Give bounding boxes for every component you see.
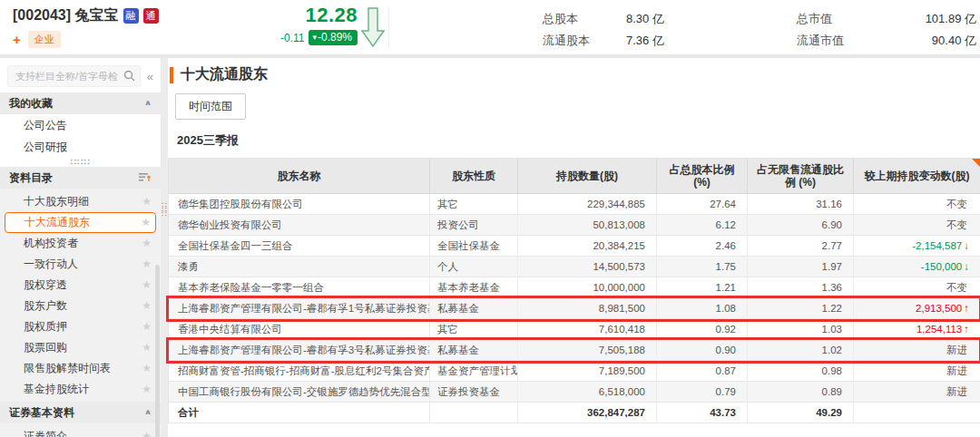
directory-section-header[interactable]: 资料目录	[0, 167, 161, 189]
price-change-pct: -0.89%	[318, 31, 352, 44]
stock-code-name: [002043] 兔宝宝	[13, 6, 119, 25]
star-icon[interactable]: ★	[141, 213, 151, 232]
table-row: 全国社保基金四一三组合 全国社保基金 20,384,215 2.46 2.77 …	[169, 236, 980, 257]
sidebar-item-shareholder-count[interactable]: 股东户数★	[0, 296, 161, 316]
down-caret-icon: ▾	[312, 33, 317, 42]
sidebar-item-company-announcements[interactable]: 公司公告	[0, 114, 161, 136]
directory-title: 资料目录	[9, 167, 53, 189]
table-corner-marker-icon	[972, 159, 980, 167]
sidebar-item-security-profile[interactable]: 证券简介★	[0, 426, 161, 437]
table-row: 漆勇 个人 14,500,573 1.75 1.97 -150,000↓	[169, 257, 980, 277]
table-row-highlighted: 上海睿郡资产管理有限公司-睿郡有孚1号私募证券投资基金 私募基金 8,981,5…	[169, 298, 980, 319]
price-change-pct-pill: ▾-0.89%	[309, 30, 358, 45]
sidebar-scrollbar-thumb[interactable]	[155, 265, 160, 437]
price-down-arrow-icon	[361, 7, 385, 47]
table-row: 德华创业投资有限公司 投资公司 50,813,008 6.12 6.90 不变	[169, 215, 980, 236]
sidebar-item-institutional-investors[interactable]: 机构投资者★	[0, 233, 161, 254]
shareholders-table: 股东名称 股东性质 持股数量(股) 占总股本比例(%) 占无限售流通股比例 (%…	[168, 158, 980, 423]
stat-value: 8.30 亿	[626, 11, 726, 27]
favorites-section-header[interactable]: 我的收藏 ∧	[0, 92, 161, 114]
margin-trading-badge: 融	[123, 8, 139, 24]
col-header-pct-total: 占总股本比例(%)	[657, 159, 748, 194]
basic-info-title: 证券基本资料	[9, 402, 74, 423]
period-title: 2025三季报	[177, 132, 980, 149]
main-content: 十大流通股东 时间范围 2025三季报 股东名称 股东性质 持股数量(股) 占总…	[168, 58, 980, 437]
stat-value: 101.89 亿	[880, 11, 976, 27]
star-icon[interactable]: ★	[142, 426, 152, 437]
header-divider	[388, 7, 389, 47]
star-icon[interactable]: ★	[142, 337, 152, 358]
enterprise-tag[interactable]: 企业	[28, 31, 61, 48]
stat-label: 流通股本	[543, 33, 626, 49]
sidebar-splitter[interactable]: ∷∷∷	[161, 58, 168, 437]
up-arrow-icon: ↑	[964, 303, 969, 314]
star-icon[interactable]: ★	[142, 358, 152, 379]
down-arrow-icon: ↓	[964, 240, 969, 251]
up-arrow-icon: ↑	[964, 324, 969, 335]
sidebar-item-top10-shareholders[interactable]: 十大股东明细★	[0, 191, 161, 212]
sidebar-collapse-icon[interactable]: «	[145, 70, 155, 83]
search-icon[interactable]	[123, 70, 135, 82]
chevron-up-icon[interactable]: ∧	[144, 403, 152, 421]
stat-label: 流通市值	[797, 33, 880, 49]
sidebar-item-top10-float-shareholders[interactable]: 十大流通股东★	[5, 212, 156, 233]
basic-info-section-header[interactable]: 证券基本资料 ∧	[0, 402, 161, 423]
title-accent-bar	[170, 67, 173, 83]
table-row: 招商财富资管-招商银行-招商财富-股息红利2号集合资产管... 基金资产管理计划…	[169, 361, 980, 382]
stat-label: 总市值	[797, 11, 880, 27]
sidebar-item-lockup-release-schedule[interactable]: 限售股解禁时间表★	[0, 358, 161, 379]
table-row-highlighted: 上海睿郡资产管理有限公司-睿郡有孚3号私募证券投资基金 私募基金 7,505,1…	[169, 340, 980, 361]
sidebar-item-share-buyback[interactable]: 股票回购★	[0, 337, 161, 358]
splitter-drag-handle-icon[interactable]: ∷∷∷	[161, 203, 168, 217]
stock-header-bar: [002043] 兔宝宝 融 通 + 企业 12.28 -0.11 ▾-0.89…	[0, 0, 980, 54]
star-icon[interactable]: ★	[142, 191, 152, 212]
col-header-change: 较上期持股变动数(股)	[854, 159, 980, 194]
star-icon[interactable]: ★	[142, 316, 152, 337]
table-row: 中国工商银行股份有限公司-交银施罗德趋势优先混合型证... 证券投资基金 6,5…	[169, 382, 980, 403]
price-change: -0.11	[280, 32, 304, 44]
table-row: 德华集团控股股份有限公司 其它 229,344,885 27.64 31.16 …	[169, 194, 980, 215]
app-window: [002043] 兔宝宝 融 通 + 企业 12.28 -0.11 ▾-0.89…	[0, 0, 980, 437]
stock-connect-badge: 通	[143, 8, 159, 24]
last-price: 12.28	[256, 4, 358, 27]
directory-list: 十大股东明细★ 十大流通股东★ 机构投资者★ 一致行动人★ 股权穿透★ 股东户数…	[0, 189, 161, 402]
star-icon[interactable]: ★	[142, 254, 152, 275]
table-row: 基本养老保险基金一零零一组合 基本养老基金 10,000,000 1.21 1.…	[169, 277, 980, 298]
star-icon[interactable]: ★	[142, 379, 152, 400]
section-resize-handle-icon[interactable]: ∷∷∷	[0, 158, 161, 167]
sidebar-item-equity-pledge[interactable]: 股权质押★	[0, 316, 161, 337]
stat-label: 总股本	[543, 11, 626, 27]
table-total-row: 合计 362,847,287 43.73 49.29	[169, 403, 980, 423]
sort-icon[interactable]	[139, 172, 152, 183]
col-header-shareholder-name: 股东名称	[169, 159, 430, 194]
star-icon[interactable]: ★	[142, 275, 152, 296]
sidebar-item-equity-penetration[interactable]: 股权穿透★	[0, 275, 161, 296]
down-arrow-icon: ↓	[964, 261, 969, 272]
sidebar-item-concerted-actors[interactable]: 一致行动人★	[0, 254, 161, 275]
star-icon[interactable]: ★	[142, 296, 152, 316]
stat-value: 90.40 亿	[880, 33, 976, 49]
chevron-up-icon[interactable]: ∧	[144, 94, 152, 112]
table-header-row: 股东名称 股东性质 持股数量(股) 占总股本比例(%) 占无限售流通股比例 (%…	[169, 159, 980, 194]
sidebar-search-input[interactable]	[7, 65, 141, 87]
basic-info-list: 证券简介★	[0, 423, 161, 437]
sidebar: « 我的收藏 ∧ 公司公告 公司研报 ∷∷∷ 资料目录 十大股东明细★	[0, 58, 161, 437]
time-range-button[interactable]: 时间范围	[175, 93, 246, 120]
sidebar-item-company-research[interactable]: 公司研报	[0, 136, 161, 158]
table-row: 香港中央结算有限公司 其它 7,610,418 0.92 1.03 1,254,…	[169, 319, 980, 340]
stat-value: 7.36 亿	[626, 33, 726, 49]
sidebar-item-fund-holdings-stats[interactable]: 基金持股统计★	[0, 379, 161, 400]
col-header-pct-float: 占无限售流通股比例 (%)	[748, 159, 854, 194]
star-icon[interactable]: ★	[142, 233, 152, 254]
col-header-shares-held: 持股数量(股)	[518, 159, 657, 194]
page-title: 十大流通股东	[181, 65, 268, 84]
col-header-shareholder-nature: 股东性质	[430, 159, 518, 194]
favorites-title: 我的收藏	[9, 92, 53, 114]
add-watchlist-icon[interactable]: +	[13, 34, 21, 46]
